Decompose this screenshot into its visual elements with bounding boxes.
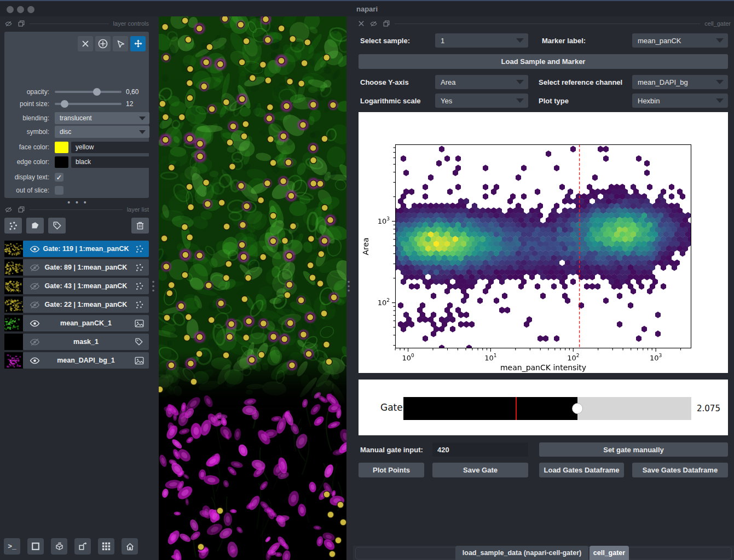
load-sample-marker-button[interactable]: Load Sample and Marker: [359, 54, 728, 69]
opacity-slider[interactable]: [55, 86, 122, 98]
new-labels-layer-button[interactable]: [48, 218, 66, 234]
new-points-layer-button[interactable]: [4, 218, 22, 234]
point-size-slider[interactable]: [55, 98, 122, 110]
close-panel-icon[interactable]: [357, 20, 365, 27]
pan-zoom-button[interactable]: [130, 36, 146, 51]
layer-row-mask-1[interactable]: mask_1: [23, 334, 149, 350]
layer-row-gate-89-1-mean-panck[interactable]: Gate: 89 | 1:mean_panCK: [23, 259, 149, 276]
layer-thumbnail: [4, 352, 23, 369]
grid-view-button[interactable]: [98, 538, 114, 555]
blending-dropdown[interactable]: translucent: [55, 112, 149, 124]
eye-visible-icon[interactable]: [28, 354, 41, 366]
title-bar: napari: [0, 0, 734, 16]
face-color-field[interactable]: yellow: [71, 142, 149, 153]
gate-slider-handle[interactable]: [572, 403, 583, 414]
layer-name: Gate: 22 | 1:mean_panCK: [23, 301, 149, 308]
layer-row-gate-22-1-mean-panck[interactable]: Gate: 22 | 1:mean_panCK: [23, 296, 149, 313]
save-gate-button[interactable]: Save Gate: [432, 463, 528, 477]
home-reset-view-button[interactable]: [122, 538, 138, 555]
load-gates-dataframe-button[interactable]: Load Gates Dataframe: [539, 463, 624, 477]
gate-slider-value: 2.075: [697, 404, 720, 413]
layer-name: mean_DAPI_bg_1: [23, 357, 149, 364]
delete-points-button[interactable]: [78, 36, 93, 51]
hide-panel-icon[interactable]: [4, 206, 13, 213]
y-axis-dropdown[interactable]: Area: [435, 75, 528, 89]
napari-window: napari layer controls opacity: 0,60 poin…: [0, 0, 734, 560]
marker-label-dropdown[interactable]: mean_panCK: [632, 33, 728, 48]
hexbin-figure[interactable]: [359, 112, 728, 373]
cell-gater-title: cell_gater: [704, 20, 731, 27]
eye-hidden-icon[interactable]: [28, 336, 41, 348]
layer-row-mean-panck-1[interactable]: mean_panCK_1: [23, 315, 149, 331]
add-points-button[interactable]: [95, 36, 111, 51]
new-shapes-layer-button[interactable]: [26, 218, 44, 234]
console-button[interactable]: >_: [4, 538, 20, 555]
layer-thumbnail: [4, 278, 23, 294]
reference-channel-label: Select reference channel: [539, 78, 622, 86]
viewer-canvas[interactable]: [159, 16, 346, 560]
eye-hidden-icon[interactable]: [28, 280, 41, 292]
chevron-down-icon: [516, 80, 524, 84]
plot-type-dropdown[interactable]: Hexbin: [632, 94, 728, 108]
chevron-down-icon: [516, 38, 524, 43]
header-divider: [395, 24, 700, 24]
face-color-row: face color: yellow: [4, 141, 149, 153]
layer-name: Gate: 119 | 1:mean_panCK: [23, 245, 149, 253]
tab-cell-gater[interactable]: cell_gater: [589, 546, 629, 560]
eye-hidden-icon[interactable]: [28, 261, 41, 273]
manual-gate-input[interactable]: [432, 442, 528, 457]
float-panel-icon[interactable]: [17, 206, 25, 213]
blending-row: blending: translucent: [4, 112, 149, 124]
layer-thumbnail: [4, 259, 23, 276]
ndisplay-toggle-button[interactable]: [27, 538, 44, 555]
out-of-slice-checkbox[interactable]: [55, 186, 63, 195]
edge-color-field[interactable]: black: [71, 156, 149, 168]
layer-row-gate-43-1-mean-panck[interactable]: Gate: 43 | 1:mean_panCK: [23, 278, 149, 294]
float-panel-icon[interactable]: [382, 20, 390, 27]
display-text-checkbox[interactable]: ✓: [55, 173, 63, 182]
right-splitter-handle[interactable]: •••: [347, 280, 350, 293]
opacity-label: opacity:: [0, 88, 49, 96]
layer-row-gate-119-1-mean-panck[interactable]: Gate: 119 | 1:mean_panCK: [23, 241, 149, 257]
symbol-dropdown[interactable]: disc: [55, 126, 149, 138]
left-splitter-handle[interactable]: •••: [152, 280, 155, 293]
face-color-swatch[interactable]: [55, 142, 68, 153]
plot-points-button[interactable]: Plot Points: [359, 463, 424, 477]
log-scale-dropdown[interactable]: Yes: [435, 94, 528, 108]
out-of-slice-row: out of slice:: [4, 184, 149, 196]
eye-visible-icon[interactable]: [28, 243, 41, 255]
eye-visible-icon[interactable]: [28, 317, 41, 329]
rotate-3d-button[interactable]: [51, 538, 67, 555]
chevron-down-icon: [516, 98, 524, 103]
select-sample-dropdown[interactable]: 1: [435, 33, 528, 48]
hide-panel-icon[interactable]: [4, 20, 13, 27]
hide-panel-icon[interactable]: [369, 20, 378, 27]
points-layer-type-icon: [134, 262, 145, 273]
layer-name: Gate: 89 | 1:mean_panCK: [23, 264, 149, 271]
cell-gater-header: cell_gater: [357, 19, 731, 28]
tab-load-sample-data[interactable]: load_sample_data (napari-cell-gater): [455, 546, 588, 560]
opacity-value: 0,60: [126, 88, 138, 96]
hexbin-plot-canvas[interactable]: [359, 112, 728, 373]
select-points-button[interactable]: [113, 36, 128, 51]
float-panel-icon[interactable]: [17, 20, 25, 27]
transpose-dims-button[interactable]: [74, 538, 91, 555]
reference-channel-dropdown[interactable]: mean_DAPI_bg: [632, 75, 728, 89]
plot-type-label: Plot type: [539, 97, 569, 105]
chevron-down-icon: [139, 130, 146, 134]
chevron-down-icon: [716, 98, 724, 103]
layer-name: mask_1: [23, 338, 149, 346]
save-gates-dataframe-button[interactable]: Save Gates Dataframe: [632, 463, 728, 477]
symbol-label: symbol:: [0, 128, 49, 136]
set-gate-manually-button[interactable]: Set gate manually: [539, 442, 728, 457]
eye-hidden-icon[interactable]: [28, 299, 41, 311]
delete-layer-button[interactable]: [131, 218, 149, 234]
symbol-row: symbol: disc: [4, 126, 149, 138]
points-layer-type-icon: [134, 243, 145, 254]
gate-slider[interactable]: [403, 397, 691, 420]
header-divider: [30, 209, 123, 210]
point-size-label: point size:: [0, 100, 49, 108]
layer-row-mean-dapi-bg-1[interactable]: mean_DAPI_bg_1: [23, 352, 149, 369]
edge-color-swatch[interactable]: [55, 156, 68, 168]
chevron-down-icon: [716, 80, 724, 84]
